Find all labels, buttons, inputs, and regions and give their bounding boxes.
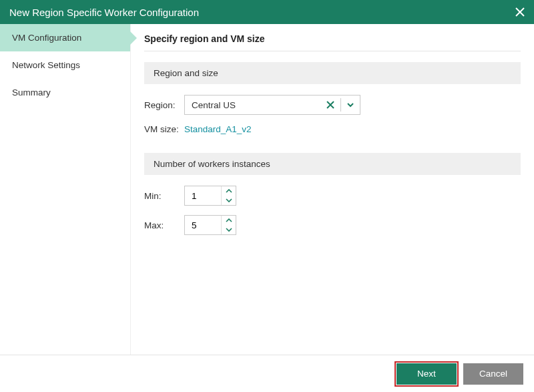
chevron-down-icon[interactable] <box>222 196 236 205</box>
cancel-button[interactable]: Cancel <box>463 363 523 385</box>
region-field-row: Region: Central US <box>144 95 521 115</box>
region-value: Central US <box>185 100 320 110</box>
wizard-steps-sidebar: VM Configuration Network Settings Summar… <box>0 24 131 355</box>
vmsize-link[interactable]: Standard_A1_v2 <box>184 124 252 134</box>
step-label: VM Configuration <box>12 33 81 43</box>
dialog-footer: Next Cancel <box>0 355 534 392</box>
step-vm-configuration[interactable]: VM Configuration <box>0 24 130 51</box>
section-region-size: Region and size <box>144 62 521 84</box>
chevron-up-icon[interactable] <box>222 186 236 196</box>
max-spinner[interactable]: 5 <box>184 215 236 235</box>
min-spinner[interactable]: 1 <box>184 186 236 206</box>
chevron-down-icon[interactable] <box>222 225 236 234</box>
region-label: Region: <box>144 100 184 110</box>
vmsize-label: VM size: <box>144 124 184 134</box>
step-label: Summary <box>12 87 51 97</box>
clear-icon[interactable] <box>320 100 340 110</box>
page-heading: Specify region and VM size <box>144 33 521 44</box>
min-field-row: Min: 1 <box>144 186 521 206</box>
next-button[interactable]: Next <box>396 363 457 385</box>
close-icon[interactable] <box>515 7 525 17</box>
chevron-down-icon[interactable] <box>341 101 360 109</box>
max-field-row: Max: 5 <box>144 215 521 235</box>
vmsize-field-row: VM size: Standard_A1_v2 <box>144 124 521 134</box>
step-summary[interactable]: Summary <box>0 79 130 106</box>
step-network-settings[interactable]: Network Settings <box>0 51 130 79</box>
section-workers-instances: Number of workers instances <box>144 153 521 175</box>
min-value[interactable]: 1 <box>185 186 221 205</box>
main-panel: Specify region and VM size Region and si… <box>131 24 534 355</box>
max-label: Max: <box>144 220 184 230</box>
heading-divider <box>144 51 521 51</box>
region-combobox[interactable]: Central US <box>184 95 360 115</box>
step-label: Network Settings <box>12 60 80 70</box>
titlebar: New Region Specific Worker Configuration <box>0 0 534 24</box>
chevron-up-icon[interactable] <box>222 216 236 225</box>
dialog-title: New Region Specific Worker Configuration <box>9 7 199 18</box>
min-label: Min: <box>144 191 184 201</box>
max-value[interactable]: 5 <box>185 216 221 234</box>
